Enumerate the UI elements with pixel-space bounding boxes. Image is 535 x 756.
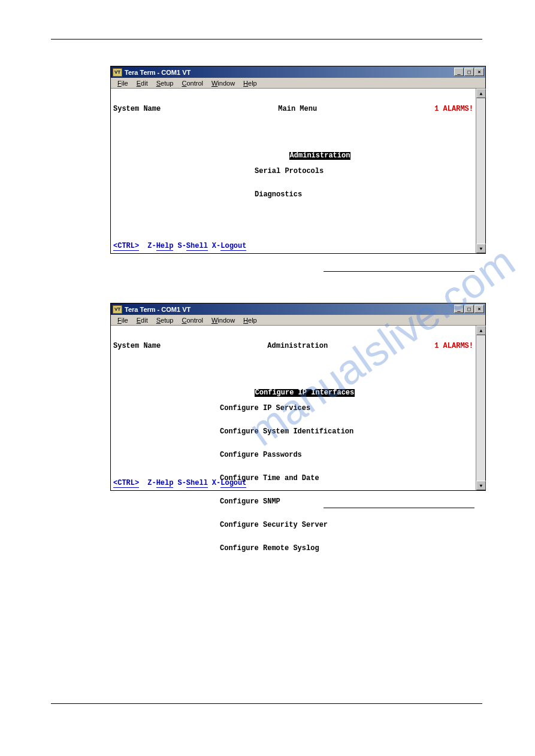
page-top-rule (51, 39, 482, 40)
titlebar[interactable]: VT Tera Term - COM1 VT _ □ × (111, 303, 485, 315)
caption-rule-2 (324, 508, 474, 508)
menu-file[interactable]: File (113, 79, 132, 87)
header-screen-title: Administration (161, 342, 434, 350)
menu-label: ontrol (186, 317, 203, 324)
titlebar[interactable]: VT Tera Term - COM1 VT _ □ × (111, 66, 485, 78)
menu-item-configure-ip-interfaces[interactable]: Configure IP Interfaces (255, 389, 355, 397)
footer-logout[interactable]: X-Logout (212, 479, 247, 488)
app-icon: VT (113, 305, 122, 314)
menu-help[interactable]: Help (239, 79, 261, 87)
teraterm-window-admin: VT Tera Term - COM1 VT _ □ × File Edit S… (110, 303, 486, 491)
header-screen-title: Main Menu (161, 105, 434, 113)
main-menu-list: Administration Serial Protocols Diagnost… (113, 144, 473, 214)
close-button[interactable]: × (474, 305, 484, 313)
terminal[interactable]: System Name Administration 1 ALARMS! Con… (111, 326, 485, 490)
menu-edit[interactable]: Edit (132, 79, 152, 87)
footer-shortcuts: <CTRL> Z-Help S-Shell X-Logout (113, 242, 250, 251)
menu-label: ile (122, 317, 128, 324)
scroll-track[interactable] (476, 335, 485, 481)
scroll-down-button[interactable]: ▼ (476, 244, 486, 253)
app-icon: VT (113, 68, 122, 77)
footer-shell[interactable]: S-Shell (177, 479, 207, 488)
header-system-name: System Name (113, 342, 161, 350)
header-alarms: 1 ALARMS! (434, 105, 473, 113)
minimize-button[interactable]: _ (454, 305, 464, 313)
menu-label: etup (161, 80, 173, 87)
menu-item-configure-security-server[interactable]: Configure Security Server (220, 521, 473, 529)
footer-help[interactable]: Z-Help (147, 242, 173, 251)
scroll-track[interactable] (476, 98, 485, 244)
menu-setup[interactable]: Setup (152, 316, 178, 324)
menu-help[interactable]: Help (239, 316, 261, 324)
close-button[interactable]: × (474, 68, 484, 76)
menu-item-configure-remote-syslog[interactable]: Configure Remote Syslog (220, 545, 473, 552)
footer-ctrl-key: <CTRL> (113, 479, 139, 488)
teraterm-window-main: VT Tera Term - COM1 VT _ □ × File Edit S… (110, 66, 486, 254)
menu-label: indow (217, 80, 235, 87)
menu-label: indow (217, 317, 235, 324)
menu-edit[interactable]: Edit (132, 316, 152, 324)
menu-file[interactable]: File (113, 316, 132, 324)
menu-label: dit (141, 80, 148, 87)
scrollbar[interactable]: ▲ ▼ (476, 89, 485, 253)
scroll-up-button[interactable]: ▲ (476, 89, 486, 98)
menu-label: etup (161, 317, 173, 324)
menu-label: ile (122, 80, 128, 87)
menubar: File Edit Setup Control Window Help (111, 315, 485, 326)
menu-label: dit (141, 317, 148, 324)
menu-control[interactable]: Control (177, 316, 207, 324)
menu-item-serial-protocols[interactable]: Serial Protocols (255, 168, 473, 175)
menu-item-configure-ip-services[interactable]: Configure IP Services (220, 405, 473, 412)
menu-setup[interactable]: Setup (152, 79, 178, 87)
footer-logout[interactable]: X-Logout (212, 242, 247, 251)
scroll-down-button[interactable]: ▼ (476, 481, 486, 490)
minimize-button[interactable]: _ (454, 68, 464, 76)
menubar: File Edit Setup Control Window Help (111, 78, 485, 89)
maximize-button[interactable]: □ (464, 305, 474, 313)
footer-help[interactable]: Z-Help (147, 479, 173, 488)
scrollbar[interactable]: ▲ ▼ (476, 326, 485, 490)
page-bottom-rule (51, 703, 482, 704)
menu-window[interactable]: Window (207, 316, 239, 324)
admin-menu-list: Configure IP Interfaces Configure IP Ser… (113, 381, 473, 568)
header-alarms: 1 ALARMS! (434, 342, 473, 350)
header-system-name: System Name (113, 105, 161, 113)
window-title: Tera Term - COM1 VT (125, 69, 191, 76)
footer-shell[interactable]: S-Shell (177, 242, 207, 251)
menu-item-administration[interactable]: Administration (289, 152, 351, 160)
terminal[interactable]: System Name Main Menu 1 ALARMS! Administ… (111, 89, 485, 253)
window-title: Tera Term - COM1 VT (125, 306, 191, 313)
menu-item-configure-system-identification[interactable]: Configure System Identification (220, 428, 473, 436)
menu-window[interactable]: Window (207, 79, 239, 87)
menu-item-configure-snmp[interactable]: Configure SNMP (220, 498, 473, 506)
terminal-content: System Name Main Menu 1 ALARMS! Administ… (111, 89, 476, 253)
menu-label: ontrol (186, 80, 203, 87)
menu-item-diagnostics[interactable]: Diagnostics (255, 191, 473, 199)
scroll-up-button[interactable]: ▲ (476, 326, 486, 335)
menu-item-configure-passwords[interactable]: Configure Passwords (220, 451, 473, 459)
footer-shortcuts: <CTRL> Z-Help S-Shell X-Logout (113, 479, 250, 488)
maximize-button[interactable]: □ (464, 68, 474, 76)
menu-item-configure-time-and-date[interactable]: Configure Time and Date (220, 475, 473, 482)
window-controls: _ □ × (454, 305, 484, 313)
terminal-content: System Name Administration 1 ALARMS! Con… (111, 326, 476, 490)
footer-ctrl-key: <CTRL> (113, 242, 139, 251)
menu-label: elp (248, 317, 257, 324)
menu-control[interactable]: Control (177, 79, 207, 87)
caption-rule-1 (324, 271, 474, 272)
menu-label: elp (248, 80, 257, 87)
window-controls: _ □ × (454, 68, 484, 76)
